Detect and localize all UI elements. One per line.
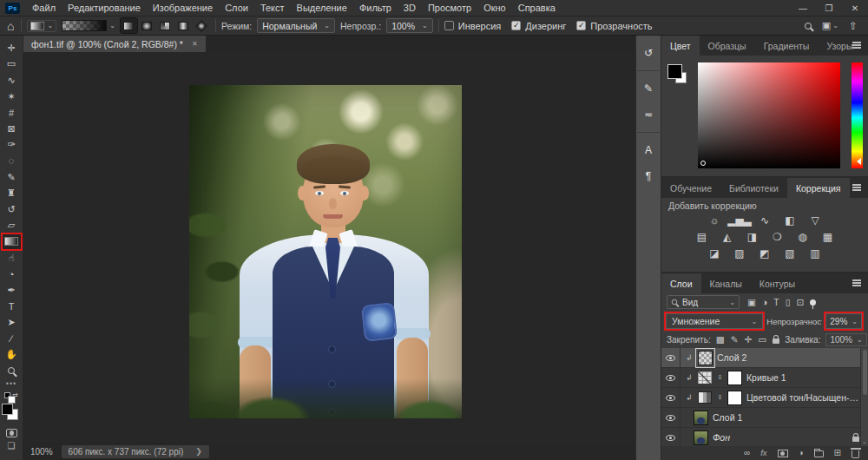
layer-row[interactable]: ↳ ∞ Кривые 1 <box>661 368 868 388</box>
layers-tab-0[interactable]: Слои <box>661 273 701 293</box>
panel-menu-icon[interactable] <box>852 282 861 284</box>
gradient-preview[interactable] <box>62 20 107 31</box>
layer-visibility-toggle[interactable] <box>661 428 681 446</box>
delete-layer-icon[interactable] <box>852 450 859 458</box>
new-group-icon[interactable] <box>814 450 824 457</box>
lasso-tool[interactable]: ∿ <box>2 72 22 89</box>
move-tool[interactable]: ✛ <box>2 40 22 56</box>
character-panel-icon[interactable]: A <box>639 141 658 159</box>
menu-item-6[interactable]: Фильтр <box>353 3 398 13</box>
layer-opacity-select[interactable]: 29% ⌄ <box>825 313 862 329</box>
lock-artboard-icon[interactable]: ▭ <box>758 335 766 345</box>
default-colors-icon[interactable] <box>4 392 10 398</box>
scrollbar-down-arrow[interactable]: ⌄ <box>862 438 867 445</box>
minimize-button[interactable]: — <box>790 0 816 16</box>
foreground-color-swatch[interactable] <box>2 404 13 415</box>
photoshop-logo-icon[interactable]: Ps <box>5 3 20 14</box>
opacity-select[interactable]: 100% ⌄ <box>386 18 433 33</box>
layer-row[interactable]: ↳ ∞ Цветовой тон/Насыщен-ость 1 <box>661 388 868 408</box>
layer-visibility-toggle[interactable] <box>661 388 681 407</box>
mask-link-icon[interactable]: ∞ <box>716 374 724 381</box>
scrollbar-thumb[interactable] <box>863 350 867 395</box>
menu-item-0[interactable]: Файл <box>26 3 62 13</box>
lock-all-icon[interactable] <box>773 338 779 344</box>
menu-item-4[interactable]: Текст <box>254 3 291 13</box>
layer-visibility-toggle[interactable] <box>661 368 681 387</box>
adj-hue-saturation-icon[interactable]: ▤ <box>694 229 711 244</box>
crop-tool[interactable]: # <box>2 104 22 121</box>
layer-visibility-toggle[interactable] <box>661 348 681 367</box>
dodge-tool[interactable]: ◔ <box>2 266 22 282</box>
layer-row[interactable]: Слой 1 <box>661 408 868 428</box>
menu-item-10[interactable]: Справка <box>512 3 562 13</box>
lock-position-icon[interactable]: ✛ <box>744 335 752 345</box>
hue-slider-handle[interactable] <box>857 158 861 165</box>
add-mask-icon[interactable] <box>778 450 788 457</box>
menu-item-9[interactable]: Окно <box>477 3 512 13</box>
layers-scrollbar[interactable]: ⌄ <box>860 348 868 446</box>
gradient-tool[interactable] <box>2 233 22 250</box>
adjustments-tab-0[interactable]: Обучение <box>661 178 720 198</box>
hand-tool[interactable]: ✋ <box>2 346 22 363</box>
paragraph-panel-icon[interactable]: ¶ <box>639 168 658 185</box>
pen-tool[interactable]: ✒ <box>2 282 22 299</box>
lock-transparency-icon[interactable]: ▩ <box>716 335 725 345</box>
marquee-tool[interactable]: ▭ <box>2 56 22 73</box>
panel-menu-icon[interactable] <box>852 44 861 46</box>
foreground-color-swatch[interactable] <box>667 64 682 79</box>
adj-vibrance-icon[interactable]: ▽ <box>806 213 824 227</box>
layer-mask-thumbnail[interactable] <box>727 391 742 405</box>
close-tab-icon[interactable]: ✕ <box>192 40 198 48</box>
adj-invert-icon[interactable]: ◪ <box>706 246 723 260</box>
workspace-switcher[interactable]: ▣⌄ <box>822 20 838 31</box>
menu-item-8[interactable]: Просмотр <box>422 3 477 13</box>
saturation-brightness-field[interactable] <box>698 62 840 168</box>
layers-tab-2[interactable]: Контуры <box>751 273 804 293</box>
layer-name[interactable]: Слой 1 <box>713 412 859 423</box>
quick-mask-button[interactable] <box>6 429 17 437</box>
layer-thumbnail[interactable] <box>698 351 713 365</box>
magic-wand-tool[interactable]: ✶ <box>2 89 22 105</box>
history-brush-tool[interactable]: ↺ <box>2 201 22 218</box>
default-swap-colors[interactable]: ⇄ <box>4 391 18 399</box>
link-layers-icon[interactable]: ∞ <box>744 449 750 457</box>
layer-effects-icon[interactable]: fx <box>760 449 766 457</box>
panel-menu-icon[interactable] <box>852 187 861 188</box>
layer-filter-select[interactable]: Вид ⌄ <box>667 295 740 309</box>
clone-stamp-tool[interactable]: ♜ <box>2 185 22 201</box>
checkbox-icon[interactable] <box>444 21 454 30</box>
layer-name[interactable]: Слой 2 <box>717 352 859 363</box>
checkbox-icon[interactable]: ✓ <box>576 21 586 30</box>
layers-tab-1[interactable]: Каналы <box>701 273 751 293</box>
adj-exposure-icon[interactable]: ◧ <box>781 213 799 227</box>
brush-tool[interactable]: ✎ <box>2 169 22 186</box>
brush-settings-panel-icon[interactable]: ✎ <box>639 80 658 97</box>
option-checkbox-0[interactable]: Инверсия <box>444 21 502 31</box>
adj-curves-icon[interactable]: ∿ <box>756 213 773 227</box>
adj-color-balance-icon[interactable]: ◭ <box>719 229 736 244</box>
color-tab-0[interactable]: Цвет <box>661 36 700 56</box>
hue-saturation-adjustment-icon[interactable] <box>698 391 712 404</box>
layer-thumbnail[interactable] <box>694 430 708 445</box>
eyedropper-tool[interactable]: ✑ <box>2 137 22 154</box>
hue-slider[interactable] <box>852 62 863 168</box>
tool-preset-picker[interactable]: ⌄ <box>27 20 56 32</box>
menu-item-1[interactable]: Редактирование <box>62 3 147 13</box>
layer-thumbnail[interactable] <box>694 411 708 425</box>
adj-levels-icon[interactable]: ▂▅▃ <box>731 213 748 227</box>
layer-row[interactable]: Фон <box>661 428 868 446</box>
brushes-panel-icon[interactable]: ≂ <box>639 106 658 123</box>
layer-name[interactable]: Кривые 1 <box>746 372 859 383</box>
menu-item-2[interactable]: Изображение <box>147 3 219 13</box>
color-picker-handle[interactable] <box>700 161 706 166</box>
filter-smart-object-icon[interactable]: ⊡ <box>796 298 804 307</box>
new-adjustment-layer-icon[interactable]: ◑ <box>799 449 804 457</box>
document-canvas[interactable] <box>23 52 635 443</box>
status-arrow-icon[interactable]: ❯ <box>195 447 202 456</box>
close-button[interactable]: ✕ <box>842 0 868 16</box>
menu-item-7[interactable]: 3D <box>398 3 422 13</box>
adj-photo-filter-icon[interactable]: ❍ <box>769 229 786 244</box>
layer-mask-thumbnail[interactable] <box>727 371 742 385</box>
layer-visibility-toggle[interactable] <box>661 408 681 427</box>
adj-black-white-icon[interactable]: ◨ <box>744 229 761 244</box>
